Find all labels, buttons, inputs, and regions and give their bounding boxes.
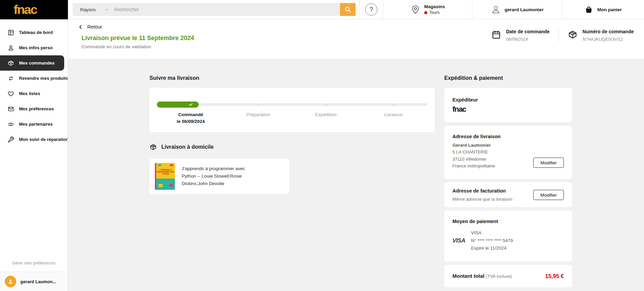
sidebar-item-label: Mes préférences xyxy=(19,106,54,111)
product-title: J'apprends à programmer avec Python -- L… xyxy=(182,165,261,188)
progress-bar xyxy=(157,102,427,108)
main-content: Retour Livraison prévue le 11 Septembre … xyxy=(68,19,644,291)
manage-preferences-link[interactable]: Gérer mes préférences xyxy=(0,261,68,266)
package-icon xyxy=(568,30,578,40)
step-dot xyxy=(393,104,394,105)
back-button[interactable]: Retour xyxy=(78,24,102,30)
home-delivery-heading: Livraison à domicile xyxy=(149,143,435,151)
payment-method-card: Moyen de paiement VISA VISA N° **** ****… xyxy=(444,211,572,261)
order-date-value: 06/09/2024 xyxy=(506,37,550,42)
book-cover-title: J'APPRENDS À PROGRAMMER AVEC PYTHON xyxy=(157,169,175,175)
step-preparation: Préparation xyxy=(225,111,292,125)
calendar-icon xyxy=(491,30,501,40)
order-number: Numéro de commande N°HAJKUQE5I3VS2 xyxy=(559,29,643,42)
shipping-address-card: Adresse de livraison Gerard Laumonier 5 … xyxy=(444,126,572,179)
person-icon xyxy=(7,44,14,51)
step-dot xyxy=(325,104,326,105)
help-wrap: ? xyxy=(360,3,383,16)
store-city: Tours xyxy=(429,10,440,15)
card-brand-line: VISA xyxy=(471,229,513,237)
total-vat-note: (TVA incluse) xyxy=(486,274,512,279)
product-card[interactable]: J'APPRENDS À PROGRAMMER AVEC PYTHON J'ap… xyxy=(149,159,289,194)
tracking-column: Suivre ma livraison Commandé le 06/09/2 xyxy=(149,75,435,291)
sidebar-item-mes-preferences[interactable]: Mes préférences xyxy=(0,101,68,116)
sidebar-item-mes-listes[interactable]: Mes listes xyxy=(0,86,68,101)
avatar xyxy=(5,276,16,287)
payment-heading: Expédition & paiement xyxy=(444,75,572,81)
total-label: Montant total xyxy=(452,273,484,279)
dashboard-icon xyxy=(7,29,14,36)
step-expedition: Expédition xyxy=(292,111,360,125)
package-icon xyxy=(7,60,14,67)
search-input[interactable] xyxy=(114,3,340,16)
tracking-card: Commandé le 06/09/2024 Préparation Expéd… xyxy=(149,88,435,132)
search-bar: Rayons xyxy=(73,3,356,16)
payment-method-title: Moyen de paiement xyxy=(452,219,564,224)
sidebar-item-revendre-mes-produits[interactable]: Revendre mes produits xyxy=(0,71,68,86)
card-expiry-line: Expire le 11/2024 xyxy=(471,244,513,252)
chevron-left-icon xyxy=(78,24,83,30)
book-cover-image: J'APPRENDS À PROGRAMMER AVEC PYTHON xyxy=(155,163,175,190)
search-button[interactable] xyxy=(340,3,356,16)
user-chip-name: gerard Laumon... xyxy=(20,279,56,284)
package-icon xyxy=(149,143,157,151)
sidebar-item-label: Mes infos perso xyxy=(19,45,53,50)
person-icon xyxy=(7,278,14,285)
wrench-icon xyxy=(7,136,14,143)
step-livraison: Livraison xyxy=(360,111,427,125)
order-date: Date de commande 06/09/2024 xyxy=(482,29,558,42)
cart-button[interactable]: Mon panier xyxy=(562,5,644,14)
total-amount: 15,95 € xyxy=(545,273,564,279)
sidebar-item-label: Revendre mes produits xyxy=(19,76,68,81)
modify-billing-address-button[interactable]: Modifier xyxy=(533,190,564,200)
order-number-value: N°HAJKUQE5I3VS2 xyxy=(583,37,634,42)
sidebar-item-mes-infos-perso[interactable]: Mes infos perso xyxy=(0,40,68,55)
shipper-label: Expéditeur xyxy=(452,97,564,103)
sidebar-footer: Gérer mes préférences gerard Laumon... xyxy=(0,261,68,291)
modify-shipping-address-button[interactable]: Modifier xyxy=(533,158,564,168)
tracking-heading: Suivre ma livraison xyxy=(149,75,435,81)
location-pin-icon xyxy=(410,4,421,15)
handshake-icon xyxy=(7,121,14,128)
step-dot xyxy=(258,104,259,105)
store-status-dot xyxy=(424,11,427,14)
home-delivery-title: Livraison à domicile xyxy=(161,144,214,150)
card-details: VISA N° **** **** **** 5479 Expire le 11… xyxy=(471,229,513,252)
shipper-card: Expéditeur fnac xyxy=(444,88,572,122)
category-dropdown-label: Rayons xyxy=(80,7,96,12)
cart-label: Mon panier xyxy=(597,7,622,12)
sidebar-item-tableau-de-bord[interactable]: Tableau de bord xyxy=(0,25,68,40)
visa-logo: VISA xyxy=(452,237,465,244)
fnac-shipper-logo: fnac xyxy=(452,105,564,114)
back-label: Retour xyxy=(87,24,102,30)
account-button[interactable]: gerard Laumonier xyxy=(472,4,562,15)
progress-labels: Commandé le 06/09/2024 Préparation Expéd… xyxy=(157,111,427,125)
sidebar-item-mon-suivi-de-reparation[interactable]: Mon suivi de réparation xyxy=(0,132,68,147)
question-mark-icon: ? xyxy=(370,6,373,13)
payment-column: Expédition & paiement Expéditeur fnac Ad… xyxy=(444,75,572,291)
help-button[interactable]: ? xyxy=(365,3,377,16)
recipient-name: Gerard Laumonier xyxy=(452,143,564,148)
order-detail-content: Suivre ma livraison Commandé le 06/09/2 xyxy=(68,59,644,291)
card-number-line: N° **** **** **** 5479 xyxy=(471,237,513,245)
heart-icon xyxy=(7,90,14,97)
shipping-address-title: Adresse de livraison xyxy=(452,134,564,139)
sidebar-item-mes-commandes[interactable]: Mes commandes xyxy=(0,55,64,71)
account-name: gerard Laumonier xyxy=(505,7,544,12)
sidebar-item-label: Tableau de bord xyxy=(19,30,53,35)
basket-icon xyxy=(584,5,593,14)
user-chip[interactable]: gerard Laumon... xyxy=(0,272,68,291)
stores-label: Magasins xyxy=(424,4,445,9)
address-line: 5 LA CHANTERIE xyxy=(452,149,564,156)
stores-button[interactable]: Magasins Tours xyxy=(383,4,472,15)
sidebar-item-mes-partenaires[interactable]: Mes partenaires xyxy=(0,116,68,132)
fnac-account-app: fnac Rayons ? Magasins xyxy=(0,0,644,291)
category-dropdown[interactable]: Rayons xyxy=(73,7,114,12)
logo-block: fnac xyxy=(0,0,68,19)
order-date-label: Date de commande xyxy=(506,29,550,34)
sidebar: Tableau de bord Mes infos perso Mes comm… xyxy=(0,19,68,291)
billing-address-card: Adresse de facturation Même adresse que … xyxy=(444,182,572,207)
order-header: Retour Livraison prévue le 11 Septembre … xyxy=(68,19,644,59)
fnac-logo[interactable]: fnac xyxy=(14,3,37,16)
order-status-subtitle: Commande en cours de validation xyxy=(82,44,641,49)
